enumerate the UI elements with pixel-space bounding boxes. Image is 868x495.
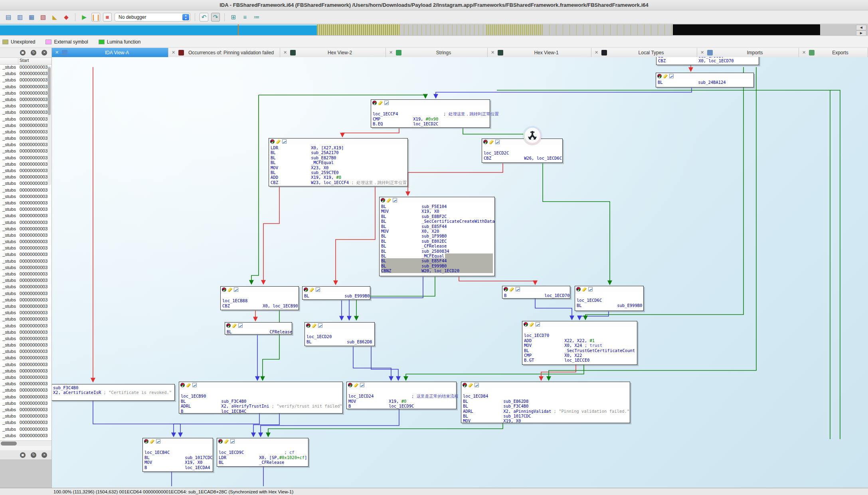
pause-icon[interactable]: ❙❙ <box>91 13 100 22</box>
color-wheel-icon[interactable] <box>226 323 231 328</box>
node-bl-E999B0[interactable]: BL sub_E999B0 <box>302 286 370 300</box>
asm-line[interactable]: B loc_1ECDA4 <box>144 465 211 470</box>
graph-navigation-widget[interactable] <box>523 126 542 145</box>
edit-comment-icon[interactable] <box>276 139 281 144</box>
table-row[interactable]: _stubs00000000003 <box>0 388 51 394</box>
edit-comment-icon[interactable] <box>310 287 314 292</box>
asm-line[interactable]: loc_1ECCF4 ; 处理这里，跳转到正常位置 <box>373 111 488 116</box>
functions-list[interactable]: _stubs00000000003_stubs00000000003_stubs… <box>0 65 51 440</box>
table-row[interactable]: _stubs00000000003 <box>0 233 51 239</box>
asm-line[interactable]: BL sub_F3C4B0 <box>181 399 341 404</box>
table-row[interactable]: _stubs00000000003 <box>0 168 51 174</box>
database-icon[interactable]: ▥ <box>16 13 24 22</box>
close-tab-icon[interactable]: ✕ <box>55 50 60 55</box>
chart-icon[interactable] <box>516 287 520 291</box>
chart-icon[interactable] <box>588 287 593 291</box>
table-row[interactable]: _stubs00000000003 <box>0 433 51 440</box>
close-tab-icon[interactable]: ✕ <box>389 50 394 55</box>
asm-line[interactable]: MOV X19, X0 <box>144 460 211 465</box>
node-loc-1ECD70[interactable]: loc_1ECD70ADD X22, X22, #1MOV X0, X24 ; … <box>522 321 637 365</box>
table-row[interactable]: _stubs00000000003 <box>0 148 51 155</box>
table-row[interactable]: _stubs00000000003 <box>0 381 51 388</box>
asm-line[interactable]: loc_1ECD9C ; cf <box>219 450 306 455</box>
tab-hex-view-2[interactable]: ✕Hex View-2 <box>280 48 386 57</box>
asm-line[interactable]: B loc_1ECB4C <box>181 409 341 414</box>
tab-strings[interactable]: ✕Strings <box>386 48 488 57</box>
table-row[interactable]: _stubs00000000003 <box>0 355 51 362</box>
close-tab-icon[interactable]: ✕ <box>491 50 496 55</box>
asm-line[interactable]: X2, aCertificateIsR ; "Certificate is re… <box>53 390 173 395</box>
asm-line[interactable]: MOV X19, #0 <box>348 399 455 404</box>
color-wheel-icon[interactable] <box>504 287 508 291</box>
asm-line[interactable] <box>222 293 297 298</box>
asm-line[interactable]: B.GT loc_1ECCE0 <box>524 358 635 362</box>
debugger-selector-stepper-icon[interactable]: ▲▼ <box>182 14 189 20</box>
edit-comment-icon[interactable] <box>312 323 316 328</box>
dock-float-button[interactable]: ↻ <box>31 50 36 55</box>
table-row[interactable]: _stubs00000000003 <box>0 226 51 233</box>
tab-hex-view-1[interactable]: ✕Hex View-1 <box>488 48 591 57</box>
table-row[interactable]: _stubs00000000003 <box>0 401 51 407</box>
ruler-icon[interactable]: ◣ <box>50 13 59 22</box>
color-wheel-icon[interactable] <box>348 383 352 387</box>
asm-line[interactable]: BL sub_E862D8 <box>463 399 628 404</box>
edit-comment-icon[interactable] <box>489 140 494 144</box>
functions-hscrollbar-thumb[interactable] <box>1 442 17 446</box>
asm-line[interactable]: LDR X0, [SP,#0x1020+cf] <box>219 455 306 460</box>
asm-line[interactable]: BL sub_E85F44 <box>381 258 493 263</box>
table-row[interactable]: _stubs00000000003 <box>0 323 51 330</box>
table-row[interactable]: _stubs00000000003 <box>0 213 51 220</box>
jump-back-icon[interactable]: ↶ <box>200 13 208 22</box>
asm-line[interactable]: MOV X19, X0 <box>463 418 628 423</box>
chart-icon[interactable] <box>669 74 674 78</box>
color-wheel-icon[interactable] <box>483 140 488 144</box>
close-tab-icon[interactable]: ✕ <box>172 50 177 55</box>
navband-scroll-right-button[interactable]: ► <box>856 30 866 36</box>
color-wheel-icon[interactable] <box>180 383 185 387</box>
table-row[interactable]: _stubs00000000003 <box>0 123 51 129</box>
table-row[interactable]: _stubs00000000003 <box>0 343 51 349</box>
color-wheel-icon[interactable] <box>372 101 377 105</box>
table-row[interactable]: _stubs00000000003 <box>0 136 51 142</box>
table-row[interactable]: _stubs00000000003 <box>0 278 51 284</box>
color-wheel-icon[interactable] <box>218 439 223 444</box>
asm-line[interactable] <box>484 146 561 150</box>
chart-icon[interactable] <box>318 323 322 328</box>
navband-scroll-left-button[interactable]: ◄ <box>856 25 866 30</box>
asm-line[interactable]: BL sub_F5E104 <box>381 204 493 209</box>
color-wheel-icon[interactable] <box>381 198 385 202</box>
chart-icon[interactable] <box>384 101 389 105</box>
asm-line[interactable]: loc_1ECD24 ; 这里是正常的结束流程 <box>348 394 455 398</box>
asm-line[interactable]: BL sub_E802EC <box>381 239 493 244</box>
asm-line[interactable]: ADD X22, X22, #1 <box>524 338 635 343</box>
edit-comment-icon[interactable] <box>582 287 587 291</box>
asm-line[interactable]: BL _MCFEqual <box>271 160 406 165</box>
table-row[interactable]: _stubs00000000003 <box>0 349 51 355</box>
edit-comment-icon[interactable] <box>232 323 237 328</box>
node-bl-cfrelease[interactable]: BL _CFRelease <box>225 322 292 335</box>
asm-line[interactable]: MOV X0, X20 <box>381 229 493 234</box>
asm-line[interactable]: BL _SecCertificateCreateWithData <box>381 219 493 224</box>
asm-line[interactable]: BL sub_E862D8 <box>306 339 373 344</box>
asm-line[interactable]: CBZ W23, loc_1ECCF4 ; 处理这里，跳转到正常位置 <box>271 180 406 185</box>
cross-refs-icon[interactable]: ≡ <box>241 13 249 22</box>
table-row[interactable]: _stubs00000000003 <box>0 188 51 194</box>
chart-icon[interactable] <box>536 322 540 327</box>
asm-line[interactable]: loc_1ECD6C <box>577 298 642 303</box>
edit-comment-icon[interactable] <box>378 101 383 105</box>
close-tab-icon[interactable]: ✕ <box>595 50 600 55</box>
asm-line[interactable]: ADD X19, X19, #8 <box>271 175 406 180</box>
asm-line[interactable]: BL sub_E999B0 <box>577 303 642 308</box>
chart-icon[interactable] <box>192 383 197 387</box>
node-cert-create-block[interactable]: BL sub_F5E104MOV X19, X0BL sub_E8BF2CBL … <box>379 197 495 276</box>
column-header-start[interactable]: Start <box>18 58 29 64</box>
jump-forward-icon[interactable]: ↷ <box>211 13 220 22</box>
color-wheel-icon[interactable] <box>222 287 226 292</box>
asm-line[interactable]: BL sub_E85F44 <box>381 224 493 229</box>
table-row[interactable]: _stubs00000000003 <box>0 265 51 271</box>
table-row[interactable]: _stubs00000000003 <box>0 284 51 291</box>
node-loc-1ECD9C[interactable]: loc_1ECD9C ; cfLDR X0, [SP,#0x1020+cf]BL… <box>217 438 308 467</box>
tab-ida-view-a[interactable]: ✕IDA View-A <box>52 48 168 57</box>
column-header-name[interactable] <box>0 58 18 64</box>
table-row[interactable]: _stubs00000000003 <box>0 362 51 368</box>
